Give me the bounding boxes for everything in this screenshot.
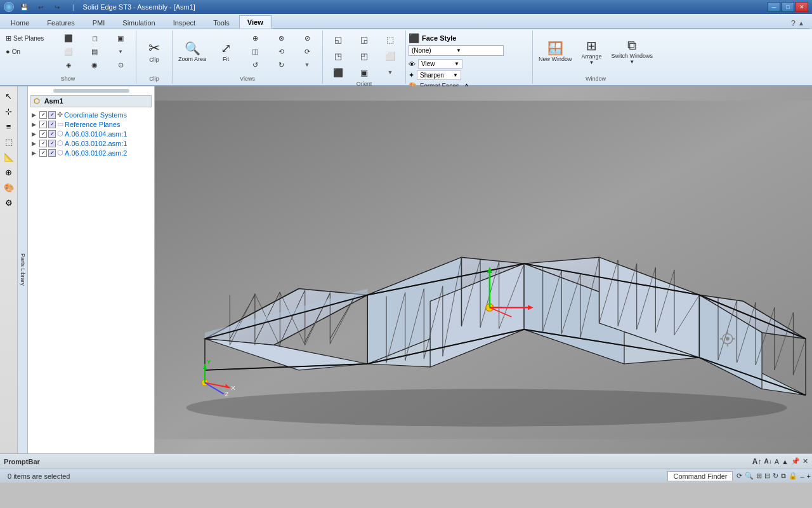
status-icon-3[interactable]: ⊞ bbox=[756, 472, 762, 480]
font-normal-icon[interactable]: A bbox=[775, 458, 779, 465]
tree-item-asm1[interactable]: ▶ ✓ ✓ ⬡ A.06.03.0104.asm:1 bbox=[30, 129, 152, 138]
sidebar-settings-icon[interactable]: ⚙ bbox=[2, 196, 16, 210]
tree-item-asm2[interactable]: ▶ ✓ ✓ ⬡ A.06.03.0102.asm:1 bbox=[30, 138, 152, 148]
views-btn-3[interactable]: ⊘ bbox=[294, 32, 320, 44]
tree-item-ref-planes[interactable]: ▶ ✓ ✓ ▭ Reference Planes bbox=[30, 119, 152, 129]
show-btn-2[interactable]: ◻ bbox=[82, 32, 107, 44]
show-btn-6[interactable]: ▼ bbox=[108, 45, 133, 58]
coord-checkbox2[interactable]: ✓ bbox=[48, 111, 56, 119]
help-icon[interactable]: ? bbox=[791, 18, 796, 28]
ref-checkbox2[interactable]: ✓ bbox=[48, 121, 56, 128]
asm1-checkbox[interactable]: ✓ bbox=[39, 130, 47, 138]
tab-home[interactable]: Home bbox=[3, 16, 37, 29]
status-icon-8[interactable]: – bbox=[800, 472, 804, 480]
tab-view[interactable]: View bbox=[239, 15, 272, 29]
font-larger-icon[interactable]: A↑ bbox=[752, 457, 762, 466]
orient-btn-5[interactable]: ◰ bbox=[351, 48, 377, 64]
sidebar-select2-icon[interactable]: ⊹ bbox=[2, 104, 16, 118]
coord-checkbox[interactable]: ✓ bbox=[39, 111, 47, 119]
orient-btn-8[interactable]: ▣ bbox=[351, 65, 377, 80]
expand-asm2-icon[interactable]: ▶ bbox=[32, 140, 39, 147]
save-icon[interactable]: 💾 bbox=[18, 1, 30, 13]
status-icon-7[interactable]: 🔒 bbox=[789, 472, 797, 480]
tree-item-asm3[interactable]: ▶ ✓ ✓ ⬡ A.06.03.0102.asm:2 bbox=[30, 148, 152, 157]
tab-pmi[interactable]: PMI bbox=[84, 16, 114, 29]
arrange-button[interactable]: ⊞ Arrange ▼ bbox=[577, 32, 607, 71]
show-btn-5[interactable]: ▤ bbox=[82, 45, 107, 58]
show-btn-8[interactable]: ◉ bbox=[82, 58, 107, 71]
orient-btn-7[interactable]: ⬛ bbox=[325, 65, 351, 80]
tab-tools[interactable]: Tools bbox=[205, 16, 238, 29]
undo-icon[interactable]: ↩ bbox=[34, 1, 47, 13]
views-btn-1[interactable]: ⊕ bbox=[242, 32, 268, 44]
asm3-checkbox[interactable]: ✓ bbox=[39, 149, 47, 157]
orient-btn-6[interactable]: ⬜ bbox=[377, 48, 403, 64]
status-icon-4[interactable]: ⊟ bbox=[764, 472, 770, 480]
minimize-button[interactable]: ─ bbox=[768, 2, 780, 12]
show-btn-9[interactable]: ⊙ bbox=[108, 58, 133, 71]
promptbar-up-icon[interactable]: ▲ bbox=[782, 458, 789, 465]
asm2-checkbox[interactable]: ✓ bbox=[39, 140, 47, 147]
views-btn-7[interactable]: ↺ bbox=[242, 58, 268, 71]
views-btn-6[interactable]: ⟳ bbox=[294, 45, 320, 58]
zoom-area-button[interactable]: 🔍 Zoom Area bbox=[175, 32, 209, 71]
show-btn-4[interactable]: ⬜ bbox=[56, 45, 81, 58]
switch-windows-button[interactable]: ⧉ Switch Windows ▼ bbox=[608, 32, 657, 71]
sidebar-section-icon[interactable]: ⊕ bbox=[2, 165, 16, 179]
viewport[interactable]: ‹ bbox=[155, 86, 812, 453]
status-icon-2[interactable]: 🔍 bbox=[745, 472, 754, 480]
views-btn-5[interactable]: ⟲ bbox=[268, 45, 294, 58]
show-btn-7[interactable]: ◈ bbox=[56, 58, 81, 71]
status-icon-6[interactable]: ⧉ bbox=[781, 472, 786, 480]
face-style-dropdown[interactable]: (None) ▼ bbox=[409, 45, 504, 56]
tab-simulation[interactable]: Simulation bbox=[114, 16, 163, 29]
orient-btn-4[interactable]: ◳ bbox=[325, 48, 351, 64]
clip-button[interactable]: ✂ Clip bbox=[139, 32, 169, 71]
sidebar-measure-icon[interactable]: 📐 bbox=[2, 150, 16, 164]
views-btn-2[interactable]: ⊗ bbox=[268, 32, 294, 44]
sharpen-dropdown[interactable]: Sharpen ▼ bbox=[417, 70, 461, 80]
show-btn-1[interactable]: ⬛ bbox=[56, 32, 81, 44]
expand-ref-icon[interactable]: ▶ bbox=[32, 121, 39, 128]
view-dropdown[interactable]: View ▼ bbox=[418, 59, 462, 69]
asm2-checkbox2[interactable]: ✓ bbox=[48, 140, 56, 147]
tree-root[interactable]: ⬡ Asm1 bbox=[30, 95, 152, 107]
sidebar-layers-icon[interactable]: ≡ bbox=[2, 119, 16, 133]
expand-asm1-icon[interactable]: ▶ bbox=[32, 131, 39, 137]
views-btn-8[interactable]: ↻ bbox=[268, 58, 294, 71]
status-icon-1[interactable]: ⟳ bbox=[737, 472, 742, 480]
asm3-checkbox2[interactable]: ✓ bbox=[48, 149, 56, 157]
close-button[interactable]: ✕ bbox=[796, 2, 808, 12]
tree-scroll-handle[interactable] bbox=[53, 89, 129, 93]
maximize-button[interactable]: □ bbox=[782, 2, 794, 12]
show-btn-3[interactable]: ▣ bbox=[108, 32, 133, 44]
status-icon-9[interactable]: + bbox=[807, 472, 811, 480]
redo-icon[interactable]: ↪ bbox=[51, 1, 63, 13]
tab-inspect[interactable]: Inspect bbox=[165, 16, 204, 29]
expand-icon[interactable]: ▶ bbox=[32, 112, 39, 118]
orient-btn-2[interactable]: ◲ bbox=[351, 32, 377, 47]
set-planes-button[interactable]: ⊞ Set Planes bbox=[3, 32, 53, 44]
views-btn-4[interactable]: ◫ bbox=[242, 45, 268, 58]
parts-library-panel[interactable]: Parts Library bbox=[18, 86, 28, 453]
sidebar-appearance-icon[interactable]: 🎨 bbox=[2, 180, 16, 194]
expand-asm3-icon[interactable]: ▶ bbox=[32, 150, 39, 156]
asm1-checkbox2[interactable]: ✓ bbox=[48, 130, 56, 138]
ref-checkbox[interactable]: ✓ bbox=[39, 121, 47, 128]
ribbon-minimize-icon[interactable]: ▲ bbox=[798, 20, 804, 27]
command-finder[interactable]: Command Finder bbox=[667, 471, 733, 481]
fit-button[interactable]: ⤢ Fit bbox=[211, 32, 241, 71]
font-smaller-icon[interactable]: A↓ bbox=[764, 458, 772, 465]
sidebar-view-icon[interactable]: ⬚ bbox=[2, 135, 16, 149]
tree-item-coord-systems[interactable]: ▶ ✓ ✓ ✤ Coordinate Systems bbox=[30, 110, 152, 119]
promptbar-close-icon[interactable]: ✕ bbox=[802, 457, 808, 465]
status-icon-5[interactable]: ↻ bbox=[773, 472, 778, 480]
promptbar-pin-icon[interactable]: 📌 bbox=[791, 457, 800, 465]
views-btn-9[interactable]: ▼ bbox=[294, 58, 320, 71]
on-button[interactable]: ● On bbox=[3, 45, 53, 58]
orient-btn-9[interactable]: ▼ bbox=[377, 65, 403, 80]
new-window-button[interactable]: 🪟 New Window bbox=[535, 32, 575, 71]
orient-btn-3[interactable]: ⬚ bbox=[377, 32, 403, 47]
tab-features[interactable]: Features bbox=[39, 16, 82, 29]
sidebar-select-icon[interactable]: ↖ bbox=[2, 89, 16, 103]
